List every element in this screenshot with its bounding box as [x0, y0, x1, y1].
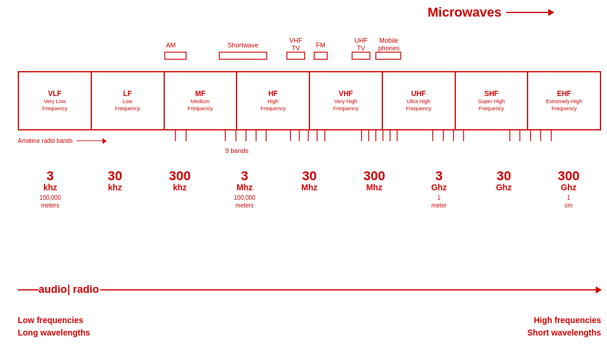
freq-box-lf: LF LowFrequency: [92, 72, 165, 129]
freq-box-uhf: UHF Ultra HighFrequency: [383, 72, 456, 129]
freq-box-vlf: VLF Very LowFrequency: [19, 72, 92, 129]
freq-box-vhf: VHF Very HighFrequency: [310, 72, 383, 129]
audio-label: audio: [39, 283, 67, 296]
freq-val-3mhz: 3 Mhz 100,000meters: [212, 169, 277, 209]
freq-val-300mhz: 300 Mhz: [342, 169, 407, 209]
freq-val-3ghz: 3 Ghz 1meter: [407, 169, 471, 209]
audio-radio-row: audio radio: [18, 283, 601, 296]
label-shortwave: Shortwave: [221, 41, 266, 49]
svg-rect-1: [219, 52, 267, 59]
freq-val-30mhz: 30 Mhz: [277, 169, 341, 209]
amateur-radio-label: Amateur radio bands: [18, 138, 106, 144]
svg-rect-5: [376, 52, 401, 59]
radio-long-arrow: [100, 289, 601, 290]
nine-bands-label: 9 bands: [225, 147, 248, 154]
label-vhf-tv: VHFTV: [287, 37, 305, 52]
label-uhf-tv: UHFTV: [352, 37, 370, 52]
microwaves-arrow: [506, 12, 554, 13]
svg-rect-4: [352, 52, 370, 59]
freq-boxes-row: VLF Very LowFrequency LF LowFrequency MF…: [18, 71, 601, 130]
svg-rect-2: [287, 52, 305, 59]
freq-box-ehf: EHF Extremely HighFrequency: [528, 72, 600, 129]
bottom-right-label: High frequencies Short wavelengths: [528, 314, 601, 339]
label-am: AM: [166, 41, 176, 49]
bottom-left-label: Low frequencies Long wavelengths: [18, 314, 90, 339]
microwaves-label: Microwaves: [427, 5, 554, 20]
radio-label: radio: [73, 283, 99, 296]
bottom-labels: Low frequencies Long wavelengths High fr…: [18, 314, 601, 339]
vertical-tick: [68, 285, 69, 295]
freq-val-300ghz: 300 Ghz 1cm: [536, 169, 601, 209]
freq-box-mf: MF MediumFrequency: [165, 72, 238, 129]
diagram: Microwaves: [0, 0, 607, 364]
svg-rect-3: [314, 52, 327, 59]
amateur-arrow: [76, 141, 106, 142]
freq-values-row: 3 khz 100,000meters 30 khz 300 khz 3 Mhz…: [18, 169, 601, 209]
label-mobile: Mobilephones: [376, 37, 402, 52]
freq-box-shf: SHF Super HighFrequency: [456, 72, 529, 129]
label-fm: FM: [314, 41, 327, 49]
freq-box-hf: HF HighFrequency: [237, 72, 310, 129]
freq-val-30ghz: 30 Ghz: [471, 169, 536, 209]
freq-val-300khz: 300 khz: [148, 169, 212, 209]
svg-rect-0: [165, 52, 186, 59]
audio-line: [18, 289, 39, 290]
microwaves-text: Microwaves: [427, 5, 501, 20]
freq-val-3khz: 3 khz 100,000meters: [18, 169, 82, 209]
freq-val-30khz: 30 khz: [82, 169, 147, 209]
